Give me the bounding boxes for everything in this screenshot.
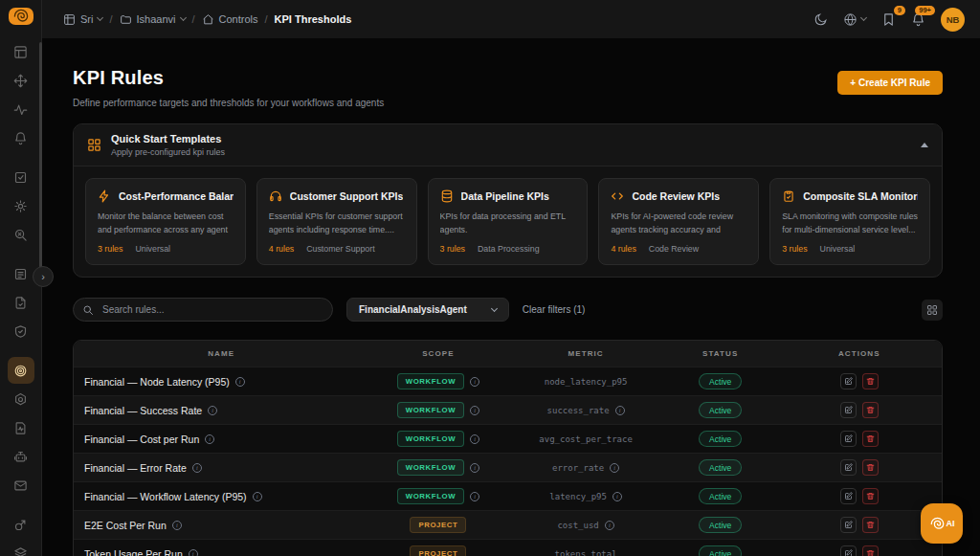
breadcrumb-project-label: Ishaanvi <box>137 13 176 25</box>
ai-assistant-label: AI <box>947 519 955 528</box>
sidebar-item-agents[interactable] <box>8 443 34 470</box>
clear-filters-link[interactable]: Clear filters (1) <box>523 304 586 315</box>
sidebar-item-traces[interactable] <box>8 414 34 441</box>
bookmarks-button[interactable]: 9 <box>881 12 896 27</box>
ai-assistant-button[interactable]: AI <box>921 503 963 544</box>
info-icon[interactable]: i <box>192 463 202 473</box>
info-icon[interactable]: i <box>253 492 262 501</box>
breadcrumb-org[interactable]: Sri <box>63 13 102 26</box>
breadcrumb-separator: / <box>109 13 112 25</box>
info-icon[interactable]: i <box>612 492 622 501</box>
info-icon[interactable]: i <box>470 492 479 501</box>
sidebar-item-reports[interactable] <box>8 289 34 316</box>
delete-rule-button[interactable] <box>862 431 879 447</box>
sidebar-item-alerts[interactable] <box>8 124 34 151</box>
status-badge: Active <box>699 488 742 504</box>
delete-rule-button[interactable] <box>862 373 879 389</box>
info-icon[interactable]: i <box>605 521 614 530</box>
list-file-icon <box>13 267 28 281</box>
collapse-icon[interactable] <box>921 143 928 147</box>
info-icon[interactable]: i <box>470 463 479 473</box>
delete-rule-button[interactable] <box>862 488 879 504</box>
language-selector-button[interactable] <box>843 12 866 27</box>
sidebar-scrollbar[interactable] <box>39 42 42 281</box>
sidebar-item-inspect[interactable] <box>8 221 34 248</box>
agent-filter-select[interactable]: FinancialAnalysisAgent <box>346 298 509 322</box>
edit-rule-button[interactable] <box>840 431 857 447</box>
template-card-rule-count: 4 rules <box>611 244 635 254</box>
info-icon[interactable]: i <box>470 434 479 444</box>
templates-panel-header[interactable]: Quick Start Templates Apply pre-configur… <box>74 124 942 167</box>
info-icon[interactable]: i <box>615 406 625 415</box>
info-icon[interactable]: i <box>235 377 245 387</box>
sidebar-item-inbox[interactable] <box>8 472 34 499</box>
sidebar-item-kpi-thresholds[interactable] <box>8 357 34 384</box>
page-content: KPI Rules Define performance targets and… <box>42 38 980 556</box>
move-icon <box>13 74 28 88</box>
edit-rule-button[interactable] <box>840 517 857 533</box>
theme-toggle-button[interactable] <box>813 12 828 27</box>
sidebar-item-settings[interactable] <box>8 386 34 412</box>
template-card[interactable]: Composite SLA Monitoring SLA monitoring … <box>769 178 930 265</box>
template-card-category: Universal <box>820 244 856 254</box>
info-icon[interactable]: i <box>470 406 479 415</box>
sidebar-item-move[interactable] <box>8 67 34 94</box>
sidebar-item-tasks[interactable] <box>8 164 34 190</box>
edit-rule-button[interactable] <box>840 402 857 418</box>
rule-name: Financial — Success Rate <box>84 405 202 416</box>
edit-rule-button[interactable] <box>840 373 857 389</box>
scope-badge: PROJECT <box>410 517 466 533</box>
template-card[interactable]: Code Review KPIs KPIs for AI-powered cod… <box>598 178 759 265</box>
info-icon[interactable]: i <box>172 521 182 530</box>
edit-rule-button[interactable] <box>840 459 857 476</box>
info-icon[interactable]: i <box>189 549 198 556</box>
status-badge: Active <box>699 402 742 418</box>
page-title: KPI Rules <box>73 67 384 89</box>
user-avatar[interactable]: NB <box>941 8 965 32</box>
sidebar-item-compliance[interactable] <box>8 318 34 345</box>
sidebar-item-dashboard[interactable] <box>8 38 34 65</box>
template-card-category: Customer Support <box>306 244 374 254</box>
delete-rule-button[interactable] <box>862 517 879 533</box>
notifications-button[interactable]: 99+ <box>911 12 925 27</box>
sidebar-item-optimize[interactable] <box>8 192 34 219</box>
sidebar-item-integrations[interactable] <box>8 511 34 538</box>
search-zoom-icon <box>13 228 28 242</box>
search-input[interactable] <box>73 298 333 322</box>
delete-rule-button[interactable] <box>862 459 879 476</box>
breadcrumb-project[interactable]: Ishaanvi <box>120 13 186 26</box>
breadcrumb-separator: / <box>192 13 195 25</box>
page-header: KPI Rules Define performance targets and… <box>73 67 943 108</box>
grid-view-toggle-button[interactable] <box>922 300 943 321</box>
template-card-description: Monitor the balance between cost and per… <box>98 211 234 236</box>
bot-icon <box>13 450 28 464</box>
mail-icon <box>13 478 28 493</box>
template-card-icon <box>98 189 111 203</box>
app-logo[interactable] <box>9 8 33 25</box>
template-card-description: KPIs for data processing and ETL agents. <box>440 211 576 236</box>
template-card-icon <box>782 189 795 203</box>
sidebar-expand-button[interactable]: › <box>33 266 54 287</box>
template-card[interactable]: Data Pipeline KPIs KPIs for data process… <box>428 178 589 265</box>
info-icon[interactable]: i <box>470 377 479 387</box>
table-row: Financial — Workflow Latency (P95) i WOR… <box>74 481 942 510</box>
create-kpi-rule-button[interactable]: + Create KPI Rule <box>837 71 943 95</box>
sidebar-item-logs[interactable] <box>8 260 34 287</box>
edit-rule-button[interactable] <box>840 545 857 556</box>
template-card[interactable]: Customer Support KPIs Essential KPIs for… <box>256 178 417 265</box>
sidebar-item-environments[interactable] <box>8 540 34 556</box>
template-card[interactable]: Cost-Performance Balance Monitor the bal… <box>85 178 246 265</box>
home-icon <box>202 13 214 26</box>
info-icon[interactable]: i <box>208 406 217 415</box>
metric-name: error_rate <box>552 463 604 473</box>
info-icon[interactable]: i <box>610 463 619 473</box>
delete-rule-button[interactable] <box>862 402 879 418</box>
breadcrumb-controls[interactable]: Controls <box>202 13 258 26</box>
sidebar-item-activity[interactable] <box>8 96 34 122</box>
grid-icon <box>926 304 938 316</box>
table-grid-icon <box>63 13 76 26</box>
delete-rule-button[interactable] <box>862 545 879 556</box>
info-icon[interactable]: i <box>205 434 214 444</box>
template-card-icon <box>440 189 454 203</box>
edit-rule-button[interactable] <box>840 488 857 504</box>
